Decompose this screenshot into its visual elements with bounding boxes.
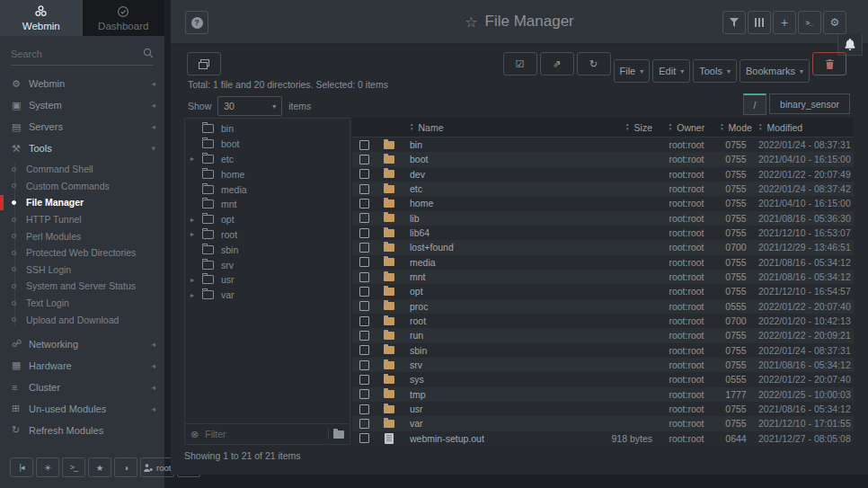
tree-item[interactable]: ▸ root [185, 227, 350, 243]
breadcrumb-root-button[interactable]: / [743, 93, 766, 115]
settings-button[interactable]: ⚙ [823, 11, 846, 34]
row-checkbox[interactable] [359, 228, 369, 238]
user-button[interactable]: root [140, 457, 174, 477]
sidebar-subitem[interactable]: SSH Login [0, 262, 164, 279]
trash-button[interactable] [812, 52, 846, 75]
sidebar-item[interactable]: ↻ Refresh Modules [0, 420, 164, 441]
collapse-sidebar-button[interactable]: |◂ [10, 457, 33, 477]
sidebar-item[interactable]: ⚒ Tools ▾ [0, 138, 164, 159]
sidebar-subitem[interactable]: Command Shell [0, 161, 164, 178]
toolbar-menu-button[interactable]: File ▾ [614, 59, 651, 83]
sidebar-item[interactable]: ≡ Cluster ◂ [0, 377, 164, 398]
sidebar-subitem[interactable]: Protected Web Directories [0, 244, 164, 262]
filter-button[interactable] [722, 11, 746, 34]
row-checkbox[interactable] [359, 331, 369, 341]
row-checkbox[interactable] [359, 184, 369, 194]
row-checkbox[interactable] [359, 272, 369, 282]
sidebar-subitem[interactable]: HTTP Tunnel [0, 211, 164, 228]
row-checkbox[interactable] [359, 213, 369, 223]
table-row[interactable]: home root:root 0755 2021/04/10 - 16:15:0… [352, 196, 854, 210]
add-button[interactable]: + [773, 11, 796, 34]
table-row[interactable]: opt root:root 0755 2021/12/10 - 16:54:57 [352, 284, 854, 298]
tree-item[interactable]: srv [185, 257, 350, 272]
columns-button[interactable] [748, 11, 771, 34]
expand-arrow-icon[interactable]: ▸ [190, 230, 202, 238]
row-checkbox[interactable] [359, 301, 369, 311]
table-row[interactable]: root root:root 0700 2022/01/20 - 10:42:1… [352, 314, 854, 328]
tree-item[interactable]: boot [185, 137, 350, 152]
theme-button[interactable]: ◑ [114, 457, 137, 477]
table-row[interactable]: webmin-setup.out 918 bytes root:root 064… [352, 431, 854, 446]
table-row[interactable]: run root:root 0755 2022/01/22 - 20:09:21 [352, 328, 854, 342]
terminal-button[interactable]: >_ [798, 11, 821, 34]
column-header-modified[interactable]: Modified [757, 122, 854, 133]
table-row[interactable]: lost+found root:root 0700 2021/12/29 - 1… [352, 240, 854, 254]
tree-item[interactable]: bin [185, 121, 350, 137]
favorite-star-icon[interactable]: ☆ [465, 13, 477, 31]
favorites-button[interactable]: ★ [88, 457, 111, 477]
expand-arrow-icon[interactable]: ▸ [190, 155, 202, 163]
row-checkbox[interactable] [359, 419, 369, 429]
row-checkbox[interactable] [359, 345, 369, 355]
table-row[interactable]: sys root:root 0555 2022/01/22 - 20:07:40 [352, 372, 854, 386]
sidebar-item[interactable]: ☍ Networking ◂ [0, 333, 164, 355]
tree-item[interactable]: mnt [185, 197, 350, 212]
table-row[interactable]: usr root:root 0755 2021/08/16 - 05:34:12 [352, 402, 854, 416]
table-row[interactable]: tmp root:root 1777 2022/01/25 - 10:00:03 [352, 387, 854, 402]
table-row[interactable]: sbin root:root 0755 2022/01/24 - 08:37:3… [352, 343, 854, 358]
sidebar-subitem[interactable]: System and Server Status [0, 278, 164, 295]
select-all-button[interactable]: ☑ [503, 52, 537, 75]
row-checkbox[interactable] [359, 404, 369, 414]
sidebar-subitem[interactable]: Perl Modules [0, 227, 164, 244]
table-row[interactable]: dev root:root 0755 2022/01/22 - 20:07:49 [352, 167, 854, 182]
table-row[interactable]: etc root:root 0755 2022/01/24 - 08:37:42 [352, 182, 854, 196]
items-per-page-select[interactable]: 30 ▾ [217, 96, 282, 116]
sidebar-subitem[interactable]: Upload and Download [0, 311, 164, 328]
sidebar-item[interactable]: ▦ Hardware ◂ [0, 355, 164, 377]
row-checkbox[interactable] [359, 243, 369, 253]
export-button[interactable]: ⇗ [540, 52, 574, 75]
table-row[interactable]: proc root:root 0555 2022/01/22 - 20:07:4… [352, 299, 854, 314]
row-checkbox[interactable] [359, 433, 369, 443]
breadcrumb-host-button[interactable]: binary_sensor [769, 93, 850, 114]
toolbar-menu-button[interactable]: Tools ▾ [693, 59, 737, 83]
sidebar-item[interactable]: ⊞ Un-used Modules ◂ [0, 398, 164, 420]
column-header-size[interactable]: Size [582, 122, 658, 133]
sidebar-subitem[interactable]: Text Login [0, 295, 164, 312]
expand-arrow-icon[interactable]: ▸ [190, 276, 202, 284]
row-checkbox[interactable] [359, 155, 369, 164]
table-row[interactable]: bin root:root 0755 2022/01/24 - 08:37:31 [352, 138, 854, 152]
row-checkbox[interactable] [359, 257, 369, 267]
shell-button[interactable]: >_ [62, 457, 85, 477]
tree-item[interactable]: media [185, 182, 350, 197]
folder-select-icon[interactable] [333, 430, 344, 439]
tree-item[interactable]: ▸ usr [185, 272, 350, 288]
row-checkbox[interactable] [359, 375, 369, 385]
sidebar-item[interactable]: ⚙ Webmin ◂ [0, 73, 164, 94]
table-row[interactable]: srv root:root 0755 2021/08/16 - 05:34:12 [352, 358, 854, 372]
row-checkbox[interactable] [359, 169, 369, 179]
row-checkbox[interactable] [359, 389, 369, 399]
refresh-button[interactable]: ↻ [577, 52, 611, 75]
expand-arrow-icon[interactable]: ▸ [190, 291, 202, 299]
row-checkbox[interactable] [359, 140, 369, 150]
expand-arrow-icon[interactable]: ▸ [190, 216, 202, 224]
table-row[interactable]: mnt root:root 0755 2021/08/16 - 05:34:12 [352, 270, 854, 284]
table-row[interactable]: media root:root 0755 2021/08/16 - 05:34:… [352, 255, 854, 270]
tree-item[interactable]: ▸ opt [185, 212, 350, 227]
new-window-button[interactable] [187, 52, 221, 75]
tree-item[interactable]: home [185, 166, 350, 182]
tree-item[interactable]: ▸ etc [185, 152, 350, 167]
row-checkbox[interactable] [359, 199, 369, 209]
toolbar-menu-button[interactable]: Edit ▾ [652, 59, 690, 83]
row-checkbox[interactable] [359, 360, 369, 370]
sidebar-item[interactable]: ▤ Servers ◂ [0, 116, 164, 138]
sidebar-subitem[interactable]: Custom Commands [0, 178, 164, 195]
column-header-mode[interactable]: Mode [715, 122, 757, 133]
help-button[interactable]: ? [185, 11, 208, 34]
table-row[interactable]: lib64 root:root 0755 2021/12/10 - 16:53:… [352, 226, 854, 240]
column-header-owner[interactable]: Owner [658, 122, 715, 133]
clear-filter-icon[interactable]: ⊗ [190, 429, 199, 440]
toolbar-menu-button[interactable]: Bookmarks ▾ [740, 59, 810, 83]
tab-dashboard[interactable]: Dashboard [83, 0, 165, 36]
